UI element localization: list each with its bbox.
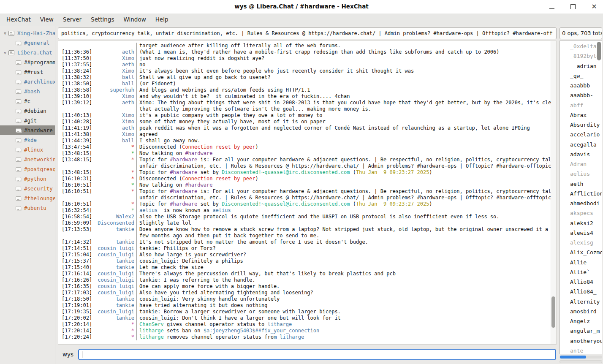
userlist-item[interactable]: Allio84_ bbox=[560, 287, 602, 296]
tree-expander-icon[interactable]: ▽ bbox=[2, 31, 8, 35]
userlist-scrollbar-thumb[interactable] bbox=[597, 42, 601, 60]
maximize-button[interactable] bbox=[568, 2, 578, 11]
userlist-item[interactable]: Allie bbox=[560, 258, 602, 267]
menu-window[interactable]: Window bbox=[119, 14, 150, 26]
channel-item--kde[interactable]: #kde bbox=[0, 135, 55, 145]
chat-row-gutter: [17:16:35]cousin_luigi bbox=[58, 283, 136, 290]
userlist-item[interactable]: Alix_Cozmo bbox=[560, 247, 602, 257]
bottom-scrollbar-track[interactable] bbox=[560, 360, 602, 363]
userlist-item[interactable]: amosbird bbox=[560, 307, 602, 316]
userlist-item[interactable]: alexisg bbox=[560, 238, 602, 247]
channel-item--linux[interactable]: #linux bbox=[0, 145, 55, 155]
chat-row-gutter: [17:17:03]cousin_luigi bbox=[58, 290, 136, 296]
userlist-item[interactable]: Angelz bbox=[560, 316, 602, 326]
userlist-horizontal-scrollbar[interactable] bbox=[560, 356, 602, 359]
userlist-item[interactable]: akspecs bbox=[560, 208, 602, 218]
chat-scrollbar[interactable] bbox=[551, 41, 556, 344]
userlist-item[interactable]: adavis bbox=[560, 149, 602, 159]
message-text: litharge removes channel operator status… bbox=[136, 334, 556, 340]
userlist-horizontal-scrollbar-thumb[interactable] bbox=[560, 356, 586, 359]
channel-item--networking[interactable]: #networking bbox=[0, 155, 55, 164]
channel-item--security[interactable]: #security bbox=[0, 184, 55, 193]
channel-bubble-icon bbox=[16, 60, 21, 65]
close-button[interactable]: ✕ bbox=[589, 2, 599, 11]
userlist-item[interactable]: _8192byte bbox=[560, 51, 602, 61]
userlist-item[interactable]: Absurdity bbox=[560, 120, 602, 130]
channel-item--rust[interactable]: ##rust bbox=[0, 67, 55, 77]
userlist-item[interactable]: alewis4 bbox=[560, 228, 602, 238]
close-icon: ✕ bbox=[591, 3, 597, 10]
userlist-item[interactable]: aelius bbox=[560, 169, 602, 179]
menu-server[interactable]: Server bbox=[58, 14, 86, 26]
network-item-xing-hai-zhan[interactable]: ▽Xing-Hai-Zhan bbox=[0, 28, 55, 38]
userlist-item[interactable]: aaabbb- bbox=[560, 90, 602, 100]
userlist-item[interactable]: ahmedbodi bbox=[560, 198, 602, 208]
tree-item-label: ##programming bbox=[24, 59, 55, 65]
message-text: that actually improving the software isn… bbox=[136, 106, 556, 112]
message-text: There's always the percussion drill way,… bbox=[136, 271, 556, 277]
message-input[interactable] bbox=[79, 350, 555, 359]
center-column: target audience after killing off litera… bbox=[55, 26, 558, 364]
userlist-item[interactable]: acegalla- bbox=[560, 140, 602, 149]
channel-item--ubuntu[interactable]: #ubuntu bbox=[0, 203, 55, 213]
topic-input[interactable] bbox=[58, 27, 557, 39]
userlist-item[interactable]: angular_m bbox=[560, 326, 602, 336]
channel-item--postgresql[interactable]: #postgresql bbox=[0, 164, 55, 174]
menu-hexchat[interactable]: HexChat bbox=[2, 14, 35, 26]
chat-row: [17:17:03]cousin_luigiAlso have you trie… bbox=[58, 290, 556, 296]
message-segment: Disconsented!~quassel@irc.disconsented.c… bbox=[222, 201, 350, 207]
chat-scrollbar-thumb[interactable] bbox=[551, 296, 555, 328]
userlist-item[interactable]: Allio84 bbox=[560, 277, 602, 287]
userlist-item[interactable]: Allie` bbox=[560, 267, 602, 277]
channel-item--general[interactable]: #general bbox=[0, 38, 55, 48]
userlist-item[interactable]: Abrax bbox=[560, 110, 602, 120]
userlist-item[interactable]: __adrian bbox=[560, 61, 602, 71]
channel-bubble-icon bbox=[16, 167, 21, 171]
menu-help[interactable]: Help bbox=[151, 14, 173, 26]
message-text: Now talking on #hardware bbox=[136, 150, 556, 157]
userlist-item[interactable]: Affliction bbox=[560, 189, 602, 198]
userlist-item[interactable]: abff bbox=[560, 101, 602, 110]
userlist-item[interactable]: _qw_ bbox=[560, 71, 602, 81]
channel-item--python[interactable]: #python bbox=[0, 174, 55, 184]
tree-item-label: #bash bbox=[24, 88, 40, 95]
tree-expander-icon[interactable]: ▽ bbox=[2, 51, 8, 55]
channel-item--c[interactable]: #c bbox=[0, 96, 55, 106]
userlist-item[interactable]: aleksi2 bbox=[560, 218, 602, 228]
channel-item--hardware[interactable]: #hardware bbox=[0, 125, 55, 135]
tree-item-label: #networking bbox=[24, 156, 55, 163]
chat-row-gutter: [11:41:19]aeth bbox=[58, 125, 136, 131]
channel-item--thelounge[interactable]: #thelounge bbox=[0, 193, 55, 203]
message-text: Topic for #hardware is: For all your com… bbox=[136, 157, 556, 163]
userlist-item[interactable]: aeth bbox=[560, 179, 602, 189]
userlist-item[interactable]: aaabbb bbox=[560, 81, 602, 90]
message-segment: litharge bbox=[139, 328, 164, 334]
chat-row: [11:44:39]ballI shall go away now. bbox=[58, 138, 556, 144]
nick-label: * bbox=[131, 334, 134, 340]
channel-item--programming[interactable]: ##programming bbox=[0, 57, 55, 67]
channel-item--bash[interactable]: #bash bbox=[0, 87, 55, 96]
message-segment: Thu Jan 9 09:23:27 2025 bbox=[356, 201, 429, 207]
channel-item--git[interactable]: #git bbox=[0, 116, 55, 125]
channel-item--debian[interactable]: #debian bbox=[0, 106, 55, 116]
channel-bubble-icon bbox=[16, 119, 21, 123]
chat-row-gutter: [11:37:50]Ximo bbox=[58, 55, 136, 62]
userlist-item[interactable]: accelario bbox=[560, 130, 602, 139]
channel-item--archlinux[interactable]: #archlinux bbox=[0, 77, 55, 87]
timestamp: [13:48:15] bbox=[62, 169, 92, 176]
menu-view[interactable]: View bbox=[35, 14, 58, 26]
chat-row-gutter bbox=[58, 43, 136, 49]
message-segment: that actually improving the software isn… bbox=[139, 106, 371, 112]
minimize-button[interactable] bbox=[547, 2, 557, 11]
chat-row: [11:39:10]Ximoand why wouldn't it be? it… bbox=[58, 93, 556, 100]
chat-row: [11:39:12]aethXimo: The thing about thin… bbox=[58, 100, 556, 106]
menu-settings[interactable]: Settings bbox=[86, 14, 119, 26]
userlist-item[interactable]: ante bbox=[560, 346, 602, 354]
message-text: Shall we all give up and go back to usen… bbox=[136, 74, 556, 81]
userlist-item[interactable]: _0xdelta bbox=[560, 41, 602, 51]
userlist-item[interactable]: Alternity bbox=[560, 297, 602, 307]
network-item-libera-chat[interactable]: ▽Libera.Chat bbox=[0, 48, 55, 57]
message-text: Let me check the size bbox=[136, 264, 556, 271]
userlist-item[interactable]: anotheryou bbox=[560, 336, 602, 346]
userlist-item[interactable]: Adran bbox=[560, 159, 602, 169]
